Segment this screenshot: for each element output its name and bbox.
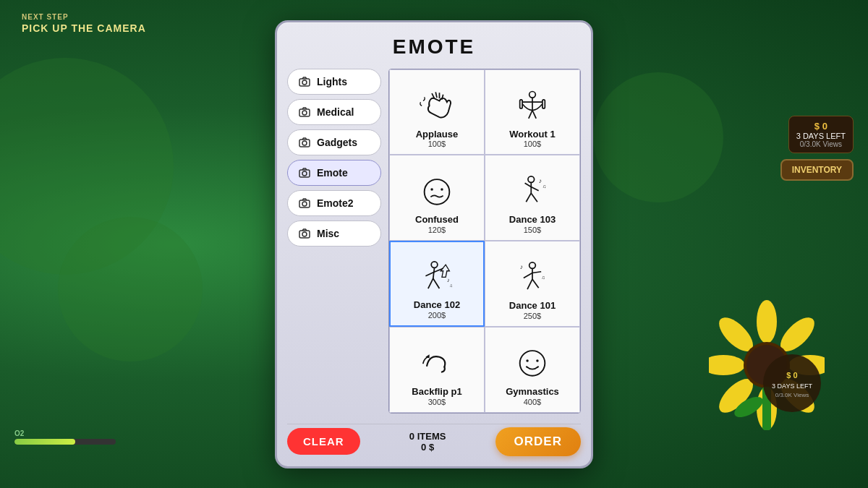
nav-label-medical: Medical [317,106,354,118]
svg-point-17 [302,80,307,85]
svg-point-23 [302,171,307,176]
nav-item-emote2[interactable]: Emote2 [287,190,381,216]
nav-item-medical[interactable]: Medical [287,99,381,125]
svg-line-53 [425,272,433,275]
next-step-label: NEXT STEP [22,13,146,21]
grid-item-dance102[interactable]: ♪ ♫ Dance 102 200$ [389,241,485,327]
o2-bar: O2 [14,429,116,445]
svg-text:♫: ♫ [449,283,453,288]
nav-item-emote[interactable]: Emote [287,160,381,186]
svg-rect-34 [520,100,522,108]
dance101-price: 250$ [524,312,541,320]
order-summary: 0 ITEMS 0 $ [409,431,446,453]
gymnastics-price: 400$ [524,398,541,406]
camera-icon-medical [298,106,311,119]
svg-point-0 [757,300,777,343]
svg-text:$ 0: $ 0 [786,371,797,380]
camera-icon-emote2 [298,197,311,210]
grid-item-dance103[interactable]: ♪ ♫ Dance 103 150$ [485,155,580,241]
money-panel: $ 0 3 DAYS LEFT 0/3.0K Views [788,116,854,153]
camera-icon-misc [298,227,311,240]
confused-price: 120$ [428,226,446,234]
panel-title: EMOTE [287,35,581,59]
svg-text:♪: ♪ [447,277,450,283]
vending-panel: EMOTE Lights Medical Gadgets [275,20,593,468]
svg-line-62 [532,271,541,273]
svg-point-40 [425,179,450,205]
nav-label-emote: Emote [317,167,348,179]
svg-line-39 [532,111,536,119]
sunflower: $ 0 3 DAYS LEFT 0/3.0K Views [709,300,825,430]
dance102-price: 200$ [428,311,446,320]
workout1-name: Workout 1 [509,129,555,140]
svg-point-70 [536,360,538,362]
svg-point-21 [302,141,307,145]
svg-line-38 [529,111,532,119]
svg-point-59 [529,262,536,268]
grid-item-backflip[interactable]: Backflip p1 300$ [389,327,485,413]
svg-point-27 [302,232,307,236]
camera-icon-lights [298,75,311,88]
backflip-icon [415,343,459,383]
inventory-button[interactable]: INVENTORY [780,159,854,181]
dance102-name: Dance 102 [414,299,460,311]
svg-text:3 DAYS LEFT: 3 DAYS LEFT [772,382,812,390]
dance102-icon: ♪ ♫ [415,257,459,296]
nav-label-misc: Misc [317,228,339,239]
svg-point-32 [529,92,536,98]
o2-fill [14,439,75,445]
grid-item-dance101[interactable]: ♪ ♫ Dance 101 250$ [485,241,580,327]
svg-point-69 [526,360,528,362]
svg-point-25 [302,202,307,206]
svg-point-68 [520,351,545,377]
nav-list: Lights Medical Gadgets Emote [287,69,381,414]
svg-point-6 [709,355,745,375]
applause-icon [415,86,459,126]
svg-text:♫: ♫ [541,275,545,280]
items-total: 0 $ [421,442,434,453]
applause-price: 100$ [428,140,446,148]
backflip-price: 300$ [428,398,446,406]
svg-line-61 [524,273,532,278]
nav-label-gadgets: Gadgets [317,137,357,148]
dance103-icon: ♪ ♫ [511,171,554,211]
svg-line-52 [433,267,435,278]
clear-button[interactable]: CLEAR [287,428,360,455]
camera-icon-emote [298,166,311,179]
svg-rect-35 [542,100,545,108]
blob-2 [58,217,203,361]
svg-line-46 [531,187,538,190]
nav-item-lights[interactable]: Lights [287,69,381,95]
dance103-price: 150$ [524,226,541,234]
confused-name: Confused [415,214,459,226]
grid-item-applause[interactable]: Applause 100$ [389,69,485,155]
workout1-price: 100$ [524,140,541,148]
svg-line-48 [531,193,537,202]
grid-item-gymnastics[interactable]: Gymnastics 400$ [485,327,580,413]
items-count: 0 ITEMS [409,431,446,442]
grid-item-workout1[interactable]: Workout 1 100$ [485,69,580,155]
o2-track [14,439,116,445]
dance103-name: Dance 103 [509,214,556,226]
dance101-name: Dance 101 [509,300,556,312]
nav-label-lights: Lights [317,76,347,87]
backflip-name: Backflip p1 [412,386,461,398]
days-left: 3 DAYS LEFT [796,132,846,140]
svg-line-64 [532,279,539,288]
workout1-icon [511,86,554,126]
nav-item-misc[interactable]: Misc [287,221,381,247]
svg-text:♪: ♪ [520,263,523,270]
views: 0/3.0K Views [796,140,846,148]
camera-icon-gadgets [298,136,311,149]
order-button[interactable]: ORDER [495,427,581,456]
nav-label-emote2: Emote2 [317,197,354,209]
nav-item-gadgets[interactable]: Gadgets [287,129,381,155]
svg-text:0/3.0K Views: 0/3.0K Views [775,392,809,398]
svg-line-56 [433,278,440,288]
gymnastics-name: Gymnastics [506,386,559,398]
svg-point-19 [302,111,307,115]
svg-point-42 [441,188,443,190]
money-amount: $ 0 [796,121,846,132]
grid-item-confused[interactable]: Confused 120$ [389,155,485,241]
items-grid: Applause 100$ [388,69,581,414]
